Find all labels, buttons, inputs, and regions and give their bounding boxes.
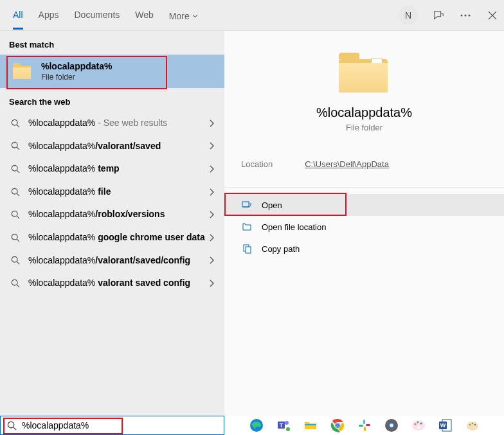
svg-point-42	[471, 423, 473, 425]
svg-rect-28	[366, 424, 370, 426]
tab-apps[interactable]: Apps	[39, 1, 59, 30]
tab-documents[interactable]: Documents	[74, 1, 120, 30]
web-result[interactable]: %localappdata% google chrome user data	[0, 226, 224, 249]
feedback-icon[interactable]	[432, 9, 445, 22]
main-content: Best match %localappdata% File folder Se…	[0, 31, 504, 416]
web-result[interactable]: %localappdata% temp	[0, 157, 224, 181]
search-icon	[8, 119, 23, 128]
svg-rect-11	[242, 202, 249, 207]
action-open-location-text: Open file location	[262, 222, 326, 232]
preview-title: %localappdata%	[316, 105, 412, 120]
chevron-right-icon[interactable]	[206, 211, 217, 218]
explorer-icon[interactable]	[303, 418, 318, 432]
svg-point-18	[285, 421, 289, 425]
svg-rect-26	[359, 425, 363, 427]
svg-point-36	[417, 426, 420, 429]
web-result[interactable]: %localappdata% - See web results	[0, 112, 224, 135]
chevron-down-icon	[192, 14, 198, 18]
search-box[interactable]	[0, 416, 224, 435]
best-match-result[interactable]: %localappdata% File folder	[0, 55, 224, 88]
search-icon	[7, 421, 17, 431]
preview-pane: %localappdata% File folder Location C:\U…	[224, 31, 504, 416]
svg-text:T: T	[279, 422, 283, 429]
folder-icon	[13, 63, 32, 80]
chevron-right-icon[interactable]	[206, 256, 217, 264]
web-result[interactable]: %localappdata%/roblox/versions	[0, 203, 224, 226]
web-result-text: %localappdata%/valorant/saved/config	[28, 254, 206, 267]
tab-all[interactable]: All	[13, 1, 23, 30]
search-icon	[8, 141, 23, 150]
chrome-dev-icon[interactable]	[384, 418, 399, 432]
paint-icon[interactable]	[411, 418, 426, 432]
taskbar: T W	[224, 418, 504, 432]
chevron-right-icon[interactable]	[206, 280, 217, 287]
folder-icon-large	[339, 51, 390, 94]
search-icon	[8, 279, 23, 288]
bottom-bar: T W	[0, 416, 504, 435]
action-open-location[interactable]: Open file location	[224, 216, 504, 238]
location-label: Location	[241, 159, 273, 169]
svg-text:W: W	[440, 422, 446, 429]
results-pane: Best match %localappdata% File folder Se…	[0, 31, 224, 416]
edge-icon[interactable]	[249, 418, 264, 432]
chevron-right-icon[interactable]	[206, 165, 217, 173]
folder-open-icon	[241, 221, 253, 233]
svg-point-0	[461, 14, 463, 16]
svg-point-4	[12, 143, 17, 148]
web-result[interactable]: %localappdata% valorant saved config	[0, 272, 224, 295]
svg-point-6	[12, 188, 17, 194]
svg-point-43	[474, 424, 476, 426]
search-icon	[8, 164, 23, 173]
search-icon	[8, 188, 23, 197]
slack-icon[interactable]	[357, 418, 372, 432]
chevron-right-icon[interactable]	[206, 234, 217, 242]
location-row: Location C:\Users\Dell\AppData	[224, 132, 504, 188]
web-result-text: %localappdata% valorant saved config	[28, 277, 206, 290]
header-tabs-bar: All Apps Documents Web More N	[0, 0, 504, 31]
search-icon	[8, 233, 23, 242]
chrome-icon[interactable]	[330, 418, 345, 432]
svg-point-10	[12, 280, 17, 285]
svg-point-19	[286, 427, 290, 431]
svg-point-7	[12, 211, 17, 217]
web-result-text: %localappdata% - See web results	[28, 117, 206, 130]
close-icon[interactable]	[486, 9, 499, 22]
web-result[interactable]: %localappdata%/valorant/saved/config	[0, 249, 224, 272]
more-options-icon[interactable]	[459, 9, 472, 22]
svg-point-35	[420, 423, 422, 425]
action-list: Open Open file location Copy path	[224, 194, 504, 260]
chevron-right-icon[interactable]	[206, 142, 217, 150]
svg-point-34	[417, 422, 419, 423]
web-result-text: %localappdata%/valorant/saved	[28, 140, 206, 153]
word-icon[interactable]: W	[438, 418, 453, 432]
tab-web[interactable]: Web	[135, 1, 154, 30]
palette-icon[interactable]	[465, 418, 480, 432]
svg-point-33	[414, 423, 416, 425]
web-result[interactable]: %localappdata%/valorant/saved	[0, 135, 224, 158]
teams-icon[interactable]: T	[276, 418, 291, 432]
svg-point-1	[465, 14, 467, 16]
web-result[interactable]: %localappdata% file	[0, 181, 224, 204]
location-link[interactable]: C:\Users\Dell\AppData	[305, 159, 389, 169]
preview-subtitle: File folder	[346, 123, 382, 132]
svg-point-8	[12, 234, 17, 240]
svg-point-3	[12, 120, 17, 125]
tab-more[interactable]: More	[169, 1, 198, 30]
action-copy-path[interactable]: Copy path	[224, 238, 504, 260]
chevron-right-icon[interactable]	[206, 188, 217, 196]
chevron-right-icon[interactable]	[206, 120, 217, 127]
user-avatar[interactable]: N	[399, 6, 418, 25]
web-result-text: %localappdata% temp	[28, 163, 206, 175]
action-copy-path-text: Copy path	[262, 244, 300, 254]
svg-point-31	[390, 424, 393, 427]
web-result-text: %localappdata%/roblox/versions	[28, 208, 206, 221]
svg-point-9	[12, 257, 17, 263]
header-actions: N	[399, 6, 499, 25]
search-input[interactable]	[22, 420, 217, 431]
action-open[interactable]: Open	[224, 194, 504, 216]
svg-point-41	[469, 424, 471, 426]
section-search-web: Search the web	[0, 88, 224, 112]
tabs: All Apps Documents Web More	[13, 1, 399, 30]
best-match-subtitle: File folder	[41, 73, 112, 82]
copy-icon	[241, 243, 253, 254]
